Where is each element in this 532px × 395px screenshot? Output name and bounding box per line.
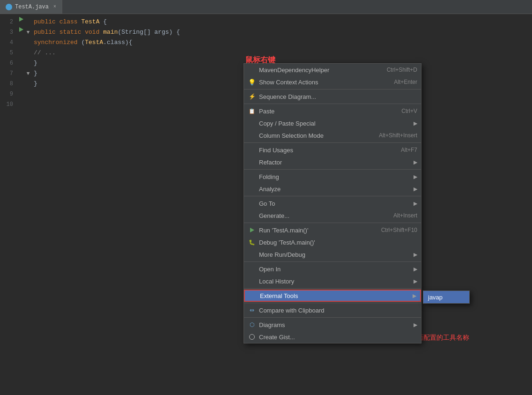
java-file-icon — [6, 4, 12, 10]
menu-item-run[interactable]: Run 'TestA.main()'Ctrl+Shift+F10 — [244, 224, 421, 236]
external-tools-icon — [249, 291, 257, 300]
code-token: public class TestA { — [32, 17, 532, 27]
analyze-label: Analyze — [259, 186, 411, 193]
open-in-label: Open In — [259, 266, 411, 273]
line-number: 9 — [0, 89, 17, 99]
submenu-item-javap[interactable]: javap — [423, 291, 469, 303]
compare-clipboard-icon: ⇔ — [248, 306, 256, 314]
run-icon — [248, 226, 256, 234]
menu-item-local-history[interactable]: Local History▶ — [244, 275, 421, 287]
menu-item-paste[interactable]: 📋PasteCtrl+V — [244, 105, 421, 117]
fold-icon[interactable]: ▼ — [24, 27, 32, 37]
compare-clipboard-label: Compare with Clipboard — [259, 307, 417, 314]
more-run-arrow-icon: ▶ — [414, 252, 417, 258]
external-tools-submenu: javap — [423, 291, 470, 304]
run-shortcut: Ctrl+Shift+F10 — [381, 227, 417, 233]
menu-item-copy-paste[interactable]: Copy / Paste Special▶ — [244, 117, 421, 129]
show-context-label: Show Context Actions — [259, 79, 384, 86]
local-history-label: Local History — [259, 278, 411, 285]
menu-item-refactor[interactable]: Refactor▶ — [244, 156, 421, 168]
menu-item-compare-clipboard[interactable]: ⇔Compare with Clipboard — [244, 304, 421, 316]
line-number: 3 — [0, 27, 17, 37]
paste-icon: 📋 — [248, 107, 256, 115]
create-gist-icon — [248, 333, 256, 341]
code-line: 4 synchronized (TestA.class){ — [0, 37, 532, 48]
menu-separator — [244, 317, 421, 318]
menu-separator — [244, 104, 421, 104]
diagrams-icon: ⬡ — [248, 320, 256, 329]
run-label: Run 'TestA.main()' — [259, 227, 372, 234]
paste-label: Paste — [259, 108, 392, 115]
run-gutter-icon[interactable] — [17, 27, 24, 32]
tab-bar: TestA.java × — [0, 0, 532, 14]
goto-arrow-icon: ▶ — [414, 201, 417, 207]
refactor-icon — [248, 158, 256, 166]
debug-icon: 🐛 — [248, 238, 256, 246]
menu-separator — [244, 169, 421, 170]
maven-dep-label: MavenDependencyHelper — [259, 67, 377, 74]
find-usages-label: Find Usages — [259, 147, 392, 154]
more-run-icon — [248, 250, 256, 259]
menu-item-sequence-diagram[interactable]: ⚡Sequence Diagram... — [244, 90, 421, 103]
menu-item-analyze[interactable]: Analyze▶ — [244, 183, 421, 195]
code-token: // ... — [32, 48, 532, 58]
refactor-arrow-icon: ▶ — [414, 159, 417, 165]
folding-label: Folding — [259, 173, 411, 180]
menu-item-column-selection[interactable]: Column Selection ModeAlt+Shift+Insert — [244, 129, 421, 142]
menu-item-open-in[interactable]: Open In▶ — [244, 263, 421, 275]
code-line: 2public class TestA { — [0, 17, 532, 27]
sequence-diagram-icon: ⚡ — [248, 92, 256, 101]
menu-item-show-context[interactable]: 💡Show Context ActionsAlt+Enter — [244, 76, 421, 88]
line-number: 10 — [0, 99, 17, 110]
menu-item-generate[interactable]: Generate...Alt+Insert — [244, 209, 421, 222]
line-number: 6 — [0, 58, 17, 68]
fold-icon[interactable]: ▼ — [24, 68, 32, 79]
menu-separator — [244, 196, 421, 196]
context-menu: MavenDependencyHelperCtrl+Shift+D💡Show C… — [244, 63, 421, 343]
column-selection-shortcut: Alt+Shift+Insert — [379, 132, 417, 139]
copy-paste-icon — [248, 119, 256, 127]
create-gist-label: Create Gist... — [259, 334, 417, 341]
menu-item-find-usages[interactable]: Find UsagesAlt+F7 — [244, 144, 421, 156]
menu-item-maven-dep[interactable]: MavenDependencyHelperCtrl+Shift+D — [244, 64, 421, 76]
menu-separator — [244, 142, 421, 143]
copy-paste-arrow-icon: ▶ — [414, 120, 417, 127]
tab-testa-java[interactable]: TestA.java × — [0, 0, 62, 14]
code-token: synchronized (TestA.class){ — [32, 37, 532, 48]
local-history-icon — [248, 277, 256, 285]
generate-label: Generate... — [259, 212, 384, 219]
menu-separator — [244, 261, 421, 262]
find-usages-shortcut: Alt+F7 — [401, 147, 417, 153]
line-number: 2 — [0, 17, 17, 27]
run-gutter-icon[interactable] — [17, 17, 24, 22]
find-usages-icon — [248, 146, 256, 154]
line-number: 8 — [0, 79, 17, 89]
open-in-icon — [248, 265, 256, 273]
goto-label: Go To — [259, 200, 411, 207]
tab-close-button[interactable]: × — [53, 4, 56, 9]
sequence-diagram-label: Sequence Diagram... — [259, 93, 417, 100]
menu-separator — [244, 303, 421, 303]
tab-title: TestA.java — [15, 4, 49, 10]
show-context-shortcut: Alt+Enter — [394, 79, 417, 85]
copy-paste-label: Copy / Paste Special — [259, 120, 411, 127]
diagrams-arrow-icon: ▶ — [414, 322, 417, 328]
menu-item-diagrams[interactable]: ⬡Diagrams▶ — [244, 319, 421, 331]
menu-item-folding[interactable]: Folding▶ — [244, 171, 421, 183]
menu-item-external-tools[interactable]: External Tools▶javap — [244, 290, 421, 302]
refactor-label: Refactor — [259, 159, 411, 166]
line-number: 7 — [0, 68, 17, 79]
menu-item-create-gist[interactable]: Create Gist... — [244, 331, 421, 343]
menu-separator — [244, 223, 421, 223]
menu-item-more-run[interactable]: More Run/Debug▶ — [244, 248, 421, 261]
menu-separator — [244, 288, 421, 289]
local-history-arrow-icon: ▶ — [414, 278, 417, 284]
analyze-icon — [248, 185, 256, 193]
line-number: 4 — [0, 37, 17, 48]
more-run-label: More Run/Debug — [259, 251, 411, 258]
column-selection-label: Column Selection Mode — [259, 132, 369, 139]
menu-item-goto[interactable]: Go To▶ — [244, 197, 421, 209]
menu-item-debug[interactable]: 🐛Debug 'TestA.main()' — [244, 236, 421, 248]
debug-label: Debug 'TestA.main()' — [259, 239, 417, 246]
line-number: 5 — [0, 48, 17, 58]
